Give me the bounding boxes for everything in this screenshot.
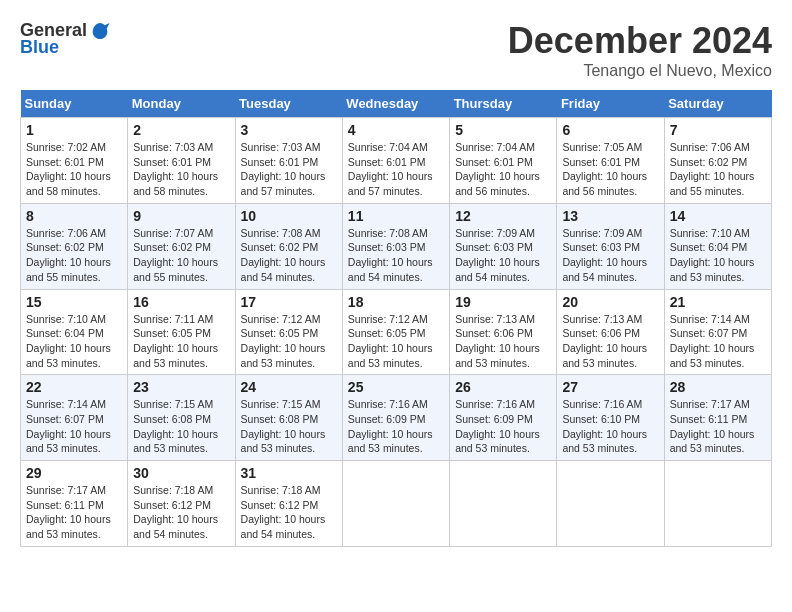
calendar-cell — [557, 461, 664, 547]
cell-info: Sunrise: 7:11 AMSunset: 6:05 PMDaylight:… — [133, 312, 229, 371]
cell-info: Sunrise: 7:17 AMSunset: 6:11 PMDaylight:… — [26, 483, 122, 542]
cell-date-number: 20 — [562, 294, 658, 310]
cell-info: Sunrise: 7:08 AMSunset: 6:03 PMDaylight:… — [348, 226, 444, 285]
cell-info: Sunrise: 7:06 AMSunset: 6:02 PMDaylight:… — [26, 226, 122, 285]
calendar-cell: 22Sunrise: 7:14 AMSunset: 6:07 PMDayligh… — [21, 375, 128, 461]
calendar-cell: 16Sunrise: 7:11 AMSunset: 6:05 PMDayligh… — [128, 289, 235, 375]
calendar-cell: 8Sunrise: 7:06 AMSunset: 6:02 PMDaylight… — [21, 203, 128, 289]
cell-info: Sunrise: 7:18 AMSunset: 6:12 PMDaylight:… — [241, 483, 337, 542]
calendar-cell: 1Sunrise: 7:02 AMSunset: 6:01 PMDaylight… — [21, 118, 128, 204]
calendar-cell: 17Sunrise: 7:12 AMSunset: 6:05 PMDayligh… — [235, 289, 342, 375]
cell-info: Sunrise: 7:04 AMSunset: 6:01 PMDaylight:… — [348, 140, 444, 199]
cell-info: Sunrise: 7:13 AMSunset: 6:06 PMDaylight:… — [562, 312, 658, 371]
calendar-week-row: 8Sunrise: 7:06 AMSunset: 6:02 PMDaylight… — [21, 203, 772, 289]
calendar-cell: 24Sunrise: 7:15 AMSunset: 6:08 PMDayligh… — [235, 375, 342, 461]
cell-info: Sunrise: 7:05 AMSunset: 6:01 PMDaylight:… — [562, 140, 658, 199]
cell-date-number: 21 — [670, 294, 766, 310]
cell-info: Sunrise: 7:06 AMSunset: 6:02 PMDaylight:… — [670, 140, 766, 199]
calendar-cell: 21Sunrise: 7:14 AMSunset: 6:07 PMDayligh… — [664, 289, 771, 375]
title-area: December 2024 Tenango el Nuevo, Mexico — [508, 20, 772, 80]
day-header-friday: Friday — [557, 90, 664, 118]
cell-date-number: 16 — [133, 294, 229, 310]
cell-info: Sunrise: 7:12 AMSunset: 6:05 PMDaylight:… — [348, 312, 444, 371]
cell-date-number: 29 — [26, 465, 122, 481]
location-title: Tenango el Nuevo, Mexico — [508, 62, 772, 80]
calendar-cell: 25Sunrise: 7:16 AMSunset: 6:09 PMDayligh… — [342, 375, 449, 461]
calendar-cell: 10Sunrise: 7:08 AMSunset: 6:02 PMDayligh… — [235, 203, 342, 289]
day-header-sunday: Sunday — [21, 90, 128, 118]
cell-date-number: 23 — [133, 379, 229, 395]
calendar-header-row: SundayMondayTuesdayWednesdayThursdayFrid… — [21, 90, 772, 118]
calendar-cell: 5Sunrise: 7:04 AMSunset: 6:01 PMDaylight… — [450, 118, 557, 204]
header: General Blue December 2024 Tenango el Nu… — [20, 20, 772, 80]
cell-date-number: 27 — [562, 379, 658, 395]
cell-date-number: 12 — [455, 208, 551, 224]
day-header-monday: Monday — [128, 90, 235, 118]
cell-date-number: 3 — [241, 122, 337, 138]
cell-date-number: 22 — [26, 379, 122, 395]
cell-date-number: 11 — [348, 208, 444, 224]
cell-info: Sunrise: 7:15 AMSunset: 6:08 PMDaylight:… — [241, 397, 337, 456]
cell-date-number: 30 — [133, 465, 229, 481]
cell-date-number: 9 — [133, 208, 229, 224]
calendar-cell: 18Sunrise: 7:12 AMSunset: 6:05 PMDayligh… — [342, 289, 449, 375]
calendar-cell: 4Sunrise: 7:04 AMSunset: 6:01 PMDaylight… — [342, 118, 449, 204]
calendar-cell: 20Sunrise: 7:13 AMSunset: 6:06 PMDayligh… — [557, 289, 664, 375]
cell-date-number: 15 — [26, 294, 122, 310]
cell-date-number: 10 — [241, 208, 337, 224]
calendar-cell — [664, 461, 771, 547]
cell-date-number: 7 — [670, 122, 766, 138]
cell-date-number: 1 — [26, 122, 122, 138]
calendar-cell: 3Sunrise: 7:03 AMSunset: 6:01 PMDaylight… — [235, 118, 342, 204]
cell-date-number: 5 — [455, 122, 551, 138]
cell-info: Sunrise: 7:08 AMSunset: 6:02 PMDaylight:… — [241, 226, 337, 285]
cell-date-number: 2 — [133, 122, 229, 138]
month-title: December 2024 — [508, 20, 772, 62]
day-header-saturday: Saturday — [664, 90, 771, 118]
cell-info: Sunrise: 7:14 AMSunset: 6:07 PMDaylight:… — [670, 312, 766, 371]
cell-date-number: 4 — [348, 122, 444, 138]
cell-date-number: 26 — [455, 379, 551, 395]
cell-info: Sunrise: 7:16 AMSunset: 6:09 PMDaylight:… — [348, 397, 444, 456]
cell-info: Sunrise: 7:04 AMSunset: 6:01 PMDaylight:… — [455, 140, 551, 199]
cell-info: Sunrise: 7:13 AMSunset: 6:06 PMDaylight:… — [455, 312, 551, 371]
cell-info: Sunrise: 7:16 AMSunset: 6:09 PMDaylight:… — [455, 397, 551, 456]
calendar-cell: 13Sunrise: 7:09 AMSunset: 6:03 PMDayligh… — [557, 203, 664, 289]
calendar-cell: 15Sunrise: 7:10 AMSunset: 6:04 PMDayligh… — [21, 289, 128, 375]
calendar-week-row: 29Sunrise: 7:17 AMSunset: 6:11 PMDayligh… — [21, 461, 772, 547]
day-header-wednesday: Wednesday — [342, 90, 449, 118]
calendar-cell: 26Sunrise: 7:16 AMSunset: 6:09 PMDayligh… — [450, 375, 557, 461]
cell-info: Sunrise: 7:10 AMSunset: 6:04 PMDaylight:… — [26, 312, 122, 371]
cell-info: Sunrise: 7:12 AMSunset: 6:05 PMDaylight:… — [241, 312, 337, 371]
cell-info: Sunrise: 7:03 AMSunset: 6:01 PMDaylight:… — [241, 140, 337, 199]
cell-info: Sunrise: 7:03 AMSunset: 6:01 PMDaylight:… — [133, 140, 229, 199]
logo-bird-icon — [89, 21, 111, 41]
calendar-cell: 2Sunrise: 7:03 AMSunset: 6:01 PMDaylight… — [128, 118, 235, 204]
cell-info: Sunrise: 7:16 AMSunset: 6:10 PMDaylight:… — [562, 397, 658, 456]
day-header-tuesday: Tuesday — [235, 90, 342, 118]
cell-date-number: 14 — [670, 208, 766, 224]
calendar-cell: 14Sunrise: 7:10 AMSunset: 6:04 PMDayligh… — [664, 203, 771, 289]
logo-blue-text: Blue — [20, 37, 59, 58]
calendar-table: SundayMondayTuesdayWednesdayThursdayFrid… — [20, 90, 772, 547]
cell-info: Sunrise: 7:09 AMSunset: 6:03 PMDaylight:… — [455, 226, 551, 285]
cell-date-number: 25 — [348, 379, 444, 395]
calendar-week-row: 22Sunrise: 7:14 AMSunset: 6:07 PMDayligh… — [21, 375, 772, 461]
day-header-thursday: Thursday — [450, 90, 557, 118]
calendar-cell: 19Sunrise: 7:13 AMSunset: 6:06 PMDayligh… — [450, 289, 557, 375]
cell-date-number: 24 — [241, 379, 337, 395]
calendar-week-row: 1Sunrise: 7:02 AMSunset: 6:01 PMDaylight… — [21, 118, 772, 204]
cell-date-number: 13 — [562, 208, 658, 224]
cell-date-number: 28 — [670, 379, 766, 395]
calendar-cell — [450, 461, 557, 547]
cell-info: Sunrise: 7:10 AMSunset: 6:04 PMDaylight:… — [670, 226, 766, 285]
logo: General Blue — [20, 20, 111, 58]
cell-info: Sunrise: 7:14 AMSunset: 6:07 PMDaylight:… — [26, 397, 122, 456]
calendar-cell — [342, 461, 449, 547]
calendar-cell: 11Sunrise: 7:08 AMSunset: 6:03 PMDayligh… — [342, 203, 449, 289]
cell-info: Sunrise: 7:09 AMSunset: 6:03 PMDaylight:… — [562, 226, 658, 285]
calendar-cell: 7Sunrise: 7:06 AMSunset: 6:02 PMDaylight… — [664, 118, 771, 204]
cell-date-number: 17 — [241, 294, 337, 310]
calendar-week-row: 15Sunrise: 7:10 AMSunset: 6:04 PMDayligh… — [21, 289, 772, 375]
calendar-cell: 23Sunrise: 7:15 AMSunset: 6:08 PMDayligh… — [128, 375, 235, 461]
